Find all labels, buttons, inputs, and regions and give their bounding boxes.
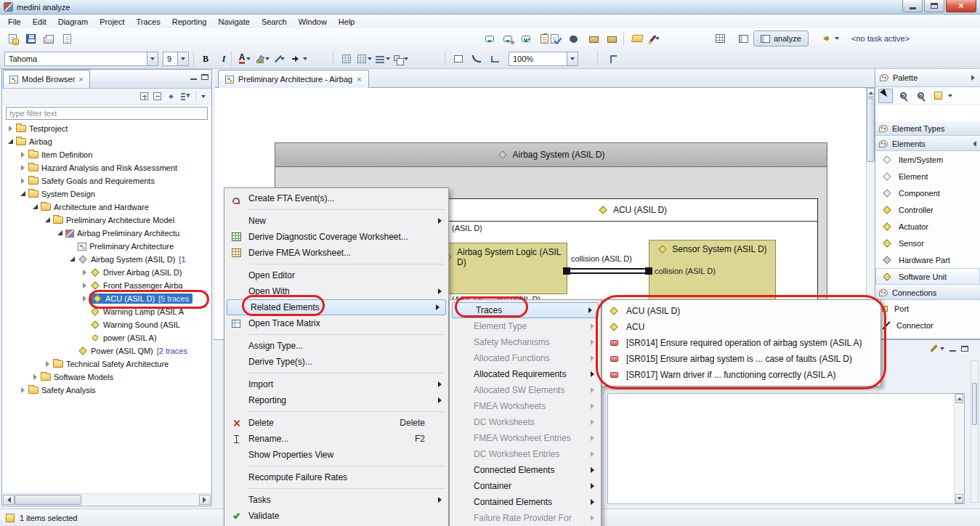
menu-edit[interactable]: Edit (27, 16, 52, 28)
menu-item-derive-dc-worksheet[interactable]: Derive Diagnostic Coverage Worksheet... (224, 229, 448, 245)
view-maximize-icon[interactable] (201, 74, 208, 80)
tree-item-power-port[interactable]: power (ASIL A) (3, 331, 211, 344)
palette-collapse-icon[interactable] (971, 75, 978, 81)
font-family-dropdown[interactable] (147, 52, 158, 65)
expand-icon[interactable] (43, 360, 52, 368)
submenu-item-container[interactable]: Container (450, 478, 601, 494)
align-button[interactable] (375, 51, 391, 67)
palette-item-actuator[interactable]: Actuator (875, 218, 980, 235)
expand-icon[interactable] (18, 177, 27, 185)
expand-icon[interactable] (80, 268, 89, 277)
note-tool[interactable] (931, 89, 945, 103)
menu-navigate[interactable]: Navigate (212, 16, 255, 28)
trace-item-sr015[interactable]: [SR015] Ensure airbag system is ... case… (602, 351, 880, 367)
expand-icon[interactable] (18, 386, 27, 394)
tree-item-airbag-system[interactable]: Airbag System (ASIL D)[1 (3, 253, 211, 266)
expand-icon[interactable] (31, 373, 39, 381)
edit-icon[interactable] (931, 345, 938, 352)
select-tool[interactable] (878, 89, 893, 103)
tree-item-preliminary-architecture[interactable]: Preliminary Architecture (3, 240, 211, 253)
fill-color-button[interactable] (255, 51, 271, 67)
tree-item-front-passenger-airbag[interactable]: Front Passenger Airba (3, 279, 211, 292)
format-paint-button[interactable] (647, 31, 663, 46)
palette-header[interactable]: Palette (875, 69, 980, 87)
menu-item-show-properties-view[interactable]: Show Properties View (224, 447, 448, 463)
menu-reporting[interactable]: Reporting (166, 16, 213, 28)
dropdown-caret-icon[interactable] (655, 37, 660, 40)
collapse-icon[interactable] (43, 216, 52, 224)
view-minimize-icon[interactable] (190, 78, 197, 80)
align-dropdown[interactable] (386, 57, 390, 60)
menu-item-recompute-failure-rates[interactable]: Recompute Failure Rates (224, 469, 448, 485)
horizontal-scrollbar[interactable] (3, 493, 211, 505)
zoom-combo[interactable]: 100% (509, 52, 578, 66)
description-text-area[interactable] (607, 393, 965, 504)
logic-output-port[interactable] (563, 267, 570, 275)
submenu-item-traces[interactable]: Traces (452, 302, 599, 318)
new-model-button[interactable] (4, 31, 20, 46)
line-color-button[interactable] (273, 51, 289, 67)
zoom-dropdown[interactable] (567, 52, 578, 65)
zoom-in-tool[interactable] (896, 89, 910, 103)
collapse-icon[interactable] (31, 203, 39, 211)
tree-item-item-definition[interactable]: Item Definition (3, 148, 211, 161)
scroll-thumb[interactable] (15, 495, 81, 505)
tab-close-icon[interactable]: × (78, 76, 83, 83)
palette-item-controller[interactable]: Controller (875, 201, 980, 218)
tree-item-software-models[interactable]: Software Models (3, 371, 211, 384)
snap-button[interactable] (357, 51, 373, 67)
line-color-dropdown[interactable] (280, 57, 285, 60)
tab-model-browser[interactable]: Model Browser × (3, 70, 90, 88)
maximize-button[interactable] (924, 0, 944, 12)
view-maximize-icon[interactable] (961, 346, 968, 352)
package-export-button[interactable] (604, 31, 620, 46)
submenu-item-allocated-requirements[interactable]: Allocated Requirements (450, 366, 601, 382)
expand-icon[interactable] (18, 163, 27, 172)
snap-dropdown[interactable] (368, 57, 372, 60)
airbag-system-header[interactable]: Airbag System (ASIL D) (275, 143, 827, 167)
tree-item-system-design[interactable]: System Design (3, 187, 211, 201)
drawer-pin-icon[interactable] (970, 141, 976, 147)
menu-item-new[interactable]: New (224, 213, 448, 229)
task-dropdown-icon[interactable] (835, 37, 839, 40)
minimize-button[interactable] (902, 0, 923, 12)
order-button[interactable] (393, 51, 409, 67)
menu-item-import[interactable]: Import (224, 376, 448, 392)
palette-item-port[interactable]: Port (875, 300, 980, 317)
tree-item-testproject[interactable]: Testproject (3, 122, 211, 135)
frame-button[interactable] (450, 51, 466, 67)
palette-item-component[interactable]: Component (875, 185, 980, 201)
trace-item-sr014[interactable]: [SR014] Ensure required operation of air… (602, 335, 880, 351)
drawer-element-types[interactable]: Element Types (875, 121, 980, 136)
font-color-button[interactable]: A (237, 51, 253, 67)
menu-item-create-fta-events[interactable]: Create FTA Event(s)... (224, 190, 448, 206)
scroll-up-arrow[interactable] (867, 88, 875, 97)
selected-tree-item[interactable]: ACU (ASIL D)[5 traces (89, 294, 193, 304)
tree-item-technical-safety-architecture[interactable]: Technical Safety Architecture (3, 357, 211, 371)
perspective-analyze-button[interactable]: analyze (753, 31, 809, 46)
collision-connector[interactable] (570, 268, 646, 274)
menu-item-open-editor[interactable]: Open Editor (224, 267, 448, 283)
palette-item-item-system[interactable]: Item/System (875, 151, 980, 168)
tree-item-driver-airbag[interactable]: Driver Airbag (ASIL D) (3, 266, 211, 279)
text-area-scrollbar[interactable] (954, 394, 964, 503)
tree-item-airbag[interactable]: Airbag (3, 135, 211, 148)
filter-input[interactable] (6, 107, 208, 120)
menu-item-delete[interactable]: DeleteDelete (224, 415, 448, 431)
menu-project[interactable]: Project (94, 16, 130, 28)
tab-close-icon[interactable]: × (357, 76, 361, 83)
scroll-thumb[interactable] (867, 98, 875, 162)
airbag-system-logic-box[interactable]: Airbag System Logic (ASIL D) (442, 243, 567, 294)
collapse-all-icon[interactable] (153, 92, 161, 100)
font-size-combo[interactable]: 9 (163, 52, 189, 66)
tree-item-airbag-preliminary-architecture[interactable]: Airbag Preliminary Architectu (3, 227, 211, 240)
save-button[interactable] (23, 31, 39, 46)
bold-button[interactable]: B (198, 51, 214, 67)
menu-item-derive-types[interactable]: Derive Type(s)... (224, 354, 448, 370)
tree-item-warning-lamp[interactable]: Warning Lamp (ASIL A (3, 305, 211, 318)
scroll-right-arrow[interactable] (199, 495, 211, 505)
expand-icon[interactable] (18, 150, 27, 159)
submenu-item-connected-elements[interactable]: Connected Elements (450, 462, 601, 478)
trace-item-sr017[interactable]: [SR017] Warn driver if ... functioning c… (602, 367, 880, 383)
drawer-connections[interactable]: Connections (875, 285, 980, 300)
